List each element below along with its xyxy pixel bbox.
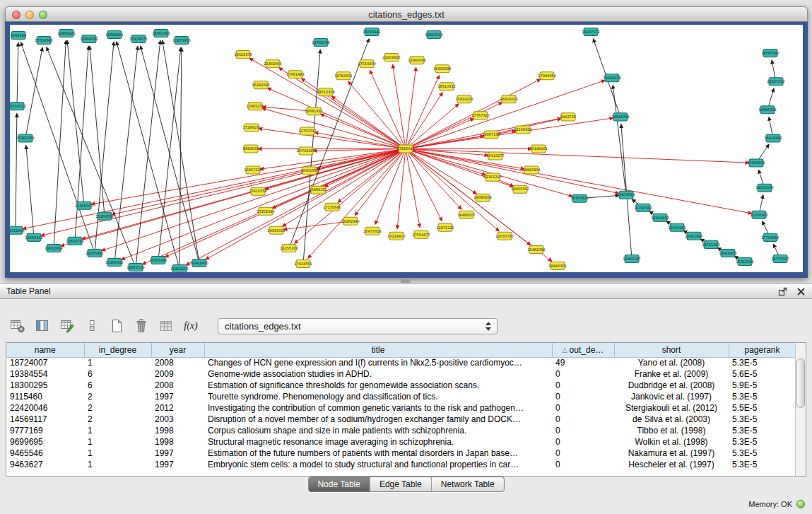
table-cell[interactable]: Yano et al. (2008) — [614, 357, 729, 368]
table-cell[interactable]: Investigating the contribution of common… — [204, 402, 552, 414]
graph-node[interactable]: 9886038 — [243, 145, 259, 153]
graph-edge[interactable] — [180, 47, 182, 269]
table-cell[interactable]: 5.3E-5 — [729, 448, 796, 459]
graph-node[interactable]: 12694932 — [651, 214, 669, 221]
network-window-titlebar[interactable]: citations_edges.txt — [5, 6, 808, 22]
table-cell[interactable]: 5.3E-5 — [729, 414, 796, 425]
graph-node[interactable]: 10473950 — [172, 37, 190, 45]
table-options-button[interactable] — [8, 317, 27, 335]
graph-node[interactable]: 17634501 — [294, 259, 312, 267]
graph-edge[interactable] — [75, 46, 88, 241]
function-builder-button[interactable]: f(x) — [182, 317, 200, 335]
graph-node[interactable]: 17252340 — [257, 207, 274, 215]
column-header-year[interactable]: year — [151, 343, 204, 357]
table-cell[interactable]: 5.3E-5 — [729, 357, 796, 368]
graph-node[interactable]: 15146161 — [529, 145, 547, 153]
table-cell[interactable]: 0 — [552, 380, 614, 391]
table-cell[interactable]: 1997 — [151, 459, 204, 470]
graph-node[interactable]: 12958121 — [57, 30, 75, 37]
graph-node[interactable]: 14512209 — [317, 88, 334, 96]
graph-node[interactable]: 16419242 — [764, 134, 782, 142]
table-cell[interactable]: 2008 — [151, 380, 204, 391]
graph-node[interactable]: 22005931 — [86, 249, 103, 257]
graph-node[interactable]: 15958831 — [747, 159, 765, 167]
table-cell[interactable]: 2012 — [151, 402, 204, 414]
table-cell[interactable]: Nakamura et al. (1997) — [614, 448, 729, 459]
table-cell[interactable]: Disruption of a novel member of a sodium… — [204, 414, 552, 425]
graph-edge[interactable] — [163, 40, 199, 263]
table-cell[interactable]: Tibbo et al. (1998) — [614, 425, 729, 436]
table-row[interactable]: 977716911998Corpus callosum shape and si… — [6, 425, 796, 436]
graph-node[interactable]: 17767320 — [471, 112, 489, 119]
graph-node[interactable]: 15056441 — [363, 28, 380, 36]
table-cell[interactable]: 2009 — [151, 368, 204, 380]
table-scrollbar[interactable] — [795, 343, 806, 476]
table-cell[interactable]: 2008 — [151, 357, 204, 368]
table-cell[interactable]: 5.3E-5 — [729, 391, 796, 402]
table-cell[interactable]: 0 — [552, 391, 614, 402]
table-cell[interactable]: 22420046 — [6, 402, 84, 414]
table-cell[interactable]: 2 — [84, 402, 151, 414]
scrollbar-thumb[interactable] — [796, 358, 805, 408]
table-cell[interactable]: Dudbridge et al. (2008) — [614, 380, 729, 391]
table-cell[interactable]: 2 — [84, 414, 151, 425]
graph-edge[interactable] — [54, 40, 66, 248]
graph-edge[interactable] — [331, 96, 406, 148]
tab-network-table[interactable]: Network Table — [432, 477, 504, 491]
graph-node[interactable]: 15051630 — [149, 256, 167, 264]
graph-edge[interactable] — [406, 75, 440, 148]
graph-node[interactable]: 12753747 — [298, 127, 316, 135]
table-cell[interactable]: 9115460 — [6, 391, 84, 402]
graph-node[interactable]: 16155108 — [280, 244, 298, 252]
graph-edge[interactable] — [283, 221, 351, 230]
graph-node[interactable]: 12940098 — [408, 57, 425, 64]
table-cell[interactable]: 1998 — [151, 436, 204, 448]
graph-edge[interactable] — [262, 108, 406, 148]
graph-node[interactable]: 19924450 — [719, 249, 736, 257]
graph-node[interactable]: 22204625 — [382, 54, 400, 62]
graph-node[interactable]: 15312042 — [736, 257, 753, 265]
graph-node[interactable]: 9595560 — [11, 32, 26, 40]
table-cell[interactable]: Wolkin et al. (1998) — [614, 436, 729, 448]
graph-node[interactable]: 18264103 — [170, 264, 188, 272]
graph-node[interactable]: 19095209 — [473, 194, 491, 201]
graph-node[interactable]: 16242088 — [252, 81, 269, 89]
table-row[interactable]: 911546021997Tourette syndrome. Phenomeno… — [6, 391, 796, 402]
column-header-pagerank[interactable]: pagerank — [729, 343, 796, 357]
graph-node[interactable]: 12872125 — [436, 223, 454, 231]
table-cell[interactable]: 1 — [84, 436, 151, 448]
table-cell[interactable]: 0 — [552, 459, 614, 470]
graph-node[interactable]: 16775337 — [771, 255, 789, 262]
graph-edge[interactable] — [289, 38, 369, 248]
graph-node[interactable]: 17081983 — [286, 71, 304, 78]
table-cell[interactable]: 9465546 — [6, 448, 84, 459]
graph-node[interactable]: 15482398 — [527, 245, 545, 253]
graph-edge[interactable] — [91, 149, 406, 204]
graph-node[interactable]: 16437572 — [582, 28, 599, 36]
graph-edge[interactable] — [67, 40, 84, 206]
graph-edge[interactable] — [320, 114, 406, 148]
column-header-indegree[interactable]: in_degree — [84, 343, 151, 357]
table-selector-combo[interactable]: citations_edges.txt — [218, 318, 498, 334]
graph-node[interactable]: 15824209 — [455, 95, 473, 103]
graph-node[interactable]: 15261089 — [16, 134, 34, 142]
table-row[interactable]: 946554611997Estimation of the future num… — [6, 448, 796, 459]
table-cell[interactable]: 5.5E-5 — [729, 402, 796, 414]
table-cell[interactable]: Stergiakouli et al. (2012) — [614, 402, 729, 414]
minimize-window-button[interactable] — [25, 11, 34, 19]
graph-node[interactable]: 16791562 — [634, 204, 652, 211]
table-cell[interactable]: 0 — [552, 436, 614, 448]
graph-node[interactable]: 17999354 — [538, 72, 555, 80]
table-cell[interactable]: 1 — [84, 448, 151, 459]
new-table-button[interactable] — [107, 317, 126, 335]
graph-node[interactable]: 19565540 — [761, 49, 779, 57]
column-header-name[interactable]: name — [6, 343, 84, 357]
graph-node[interactable]: 16962096 — [433, 65, 451, 73]
table-cell[interactable]: Corpus callosum shape and size in male p… — [204, 425, 552, 436]
delete-table-button[interactable] — [132, 317, 151, 335]
graph-node[interactable]: 14679914 — [617, 191, 635, 199]
column-header-outde[interactable]: △out_de… — [552, 343, 614, 357]
graph-node[interactable]: 19012654 — [45, 244, 62, 252]
table-cell[interactable]: 1998 — [151, 425, 204, 436]
graph-node[interactable]: 17604723 — [66, 237, 83, 245]
